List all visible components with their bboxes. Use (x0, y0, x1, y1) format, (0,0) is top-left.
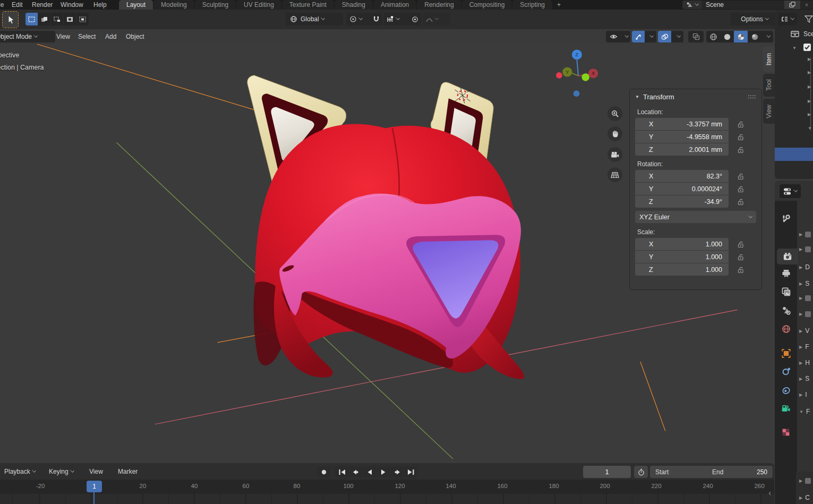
show-overlays-toggle[interactable] (658, 31, 671, 42)
lock-icon[interactable] (737, 185, 744, 193)
selected-object-row[interactable] (775, 148, 813, 161)
menu-window[interactable]: Window (58, 0, 85, 10)
current-frame-field[interactable]: 1 (583, 466, 631, 478)
lock-icon[interactable] (737, 198, 744, 206)
tab-render[interactable] (777, 249, 798, 264)
viewport-menu-select[interactable]: Select (74, 31, 100, 42)
location-z-field[interactable]: Z2.0001 mm (635, 143, 729, 156)
playhead-line[interactable] (93, 492, 95, 504)
panel-row[interactable]: ▶C (799, 494, 810, 501)
panel-row[interactable]: ▶ (799, 232, 811, 237)
menu-help[interactable]: Help (91, 0, 109, 10)
scale-x-field[interactable]: X1.000 (635, 238, 729, 250)
editor-type-dropdown[interactable] (778, 13, 797, 25)
new-scene-button[interactable] (784, 1, 800, 9)
lock-icon[interactable] (737, 146, 744, 153)
lock-icon[interactable] (737, 133, 744, 141)
use-preview-range-toggle[interactable] (634, 466, 648, 478)
npanel-tab-view[interactable]: View (763, 99, 775, 124)
expand-triangle-icon[interactable]: ▼ (808, 126, 812, 131)
rotation-x-field[interactable]: X82.3° (635, 170, 729, 182)
options-dropdown[interactable]: Options (731, 13, 778, 25)
gizmo-x-neg-axis[interactable] (556, 72, 562, 79)
panel-row[interactable]: ▶ (799, 311, 811, 317)
zoom-button[interactable] (607, 106, 622, 121)
unlink-scene-button[interactable]: × (800, 1, 813, 9)
menu-file[interactable]: File (0, 0, 6, 10)
tab-output[interactable] (776, 266, 796, 281)
workspace-tab-compositing[interactable]: Compositing (462, 0, 512, 10)
lock-icon[interactable] (737, 173, 744, 180)
active-tool-select-box[interactable] (2, 11, 19, 28)
workspace-tab-scripting[interactable]: Scripting (512, 0, 552, 10)
select-mode-subtract[interactable] (51, 13, 63, 25)
viewport-3d[interactable]: Z Y X User Perspective Collection | Came… (0, 44, 774, 463)
gizmo-y-pos-axis[interactable] (581, 73, 589, 81)
gizmo-z-neg-axis[interactable] (574, 90, 580, 97)
tab-constraints[interactable] (776, 382, 796, 398)
tab-texture[interactable] (776, 424, 796, 440)
tab-object-data[interactable] (776, 400, 796, 416)
workspace-tab-rendering[interactable]: Rendering (417, 0, 461, 10)
workspace-tab-shading[interactable]: Shading (335, 0, 373, 10)
pan-button[interactable] (607, 126, 622, 141)
record-button[interactable] (317, 466, 330, 477)
panel-row[interactable]: ▶V (799, 327, 809, 335)
tab-tool[interactable] (776, 210, 796, 226)
lock-icon[interactable] (737, 253, 744, 261)
viewport-menu-object[interactable]: Object (122, 31, 149, 42)
object-visibility-dropdown[interactable] (606, 31, 630, 42)
rotation-z-field[interactable]: Z-34.9° (635, 195, 729, 208)
select-mode-set[interactable] (25, 13, 38, 25)
select-mode-invert[interactable] (64, 13, 76, 25)
npanel-tab-item[interactable]: Item (763, 47, 775, 72)
rotation-mode-dropdown[interactable]: XYZ Euler (635, 211, 756, 223)
snap-toggle[interactable] (370, 13, 382, 25)
expand-triangle-icon[interactable]: ▶ (808, 112, 811, 117)
collapse-triangle-icon[interactable]: ▼ (635, 95, 639, 99)
play-button[interactable] (376, 466, 390, 477)
lock-icon[interactable] (737, 121, 744, 128)
tab-scene[interactable] (776, 302, 796, 318)
add-workspace-button[interactable]: + (553, 0, 565, 10)
shading-wireframe-button[interactable] (706, 31, 720, 42)
shading-dropdown[interactable] (761, 31, 773, 42)
tab-object[interactable] (776, 345, 796, 361)
filter-icon[interactable] (805, 15, 813, 23)
gizmo-dropdown[interactable] (645, 31, 656, 42)
prev-frame-button[interactable] (363, 466, 376, 477)
expand-triangle-icon[interactable]: ▼ (792, 46, 797, 50)
transform-orientation-dropdown[interactable]: Global (286, 13, 343, 25)
proportional-falloff-dropdown[interactable] (423, 13, 450, 25)
select-mode-intersect[interactable] (76, 13, 89, 25)
menu-render[interactable]: Render (30, 0, 55, 10)
panel-row[interactable]: ▶H (799, 359, 810, 366)
lock-icon[interactable] (737, 266, 744, 274)
panel-row[interactable]: ▶S (799, 375, 809, 382)
workspace-tab-layout[interactable]: Layout (119, 0, 153, 10)
collection-checkbox[interactable] (803, 44, 811, 51)
panel-row[interactable]: ▶ (799, 246, 811, 252)
tab-view-layer[interactable] (776, 284, 796, 300)
rotation-y-field[interactable]: Y0.000024° (635, 183, 729, 195)
panel-row[interactable]: ▶D (799, 263, 810, 271)
navigation-gizmo[interactable]: Z Y X (556, 49, 598, 97)
jump-to-start-button[interactable] (335, 466, 348, 477)
location-y-field[interactable]: Y-4.9558 mm (635, 131, 729, 143)
npanel-tab-tool[interactable]: Tool (763, 74, 775, 97)
timeline-view-menu[interactable]: View (89, 466, 103, 477)
lock-icon[interactable] (737, 241, 744, 248)
shading-material-button[interactable] (734, 31, 748, 42)
panel-row[interactable]: ▶ (799, 478, 811, 484)
xray-toggle[interactable] (688, 31, 704, 42)
tab-physics[interactable] (776, 363, 796, 379)
menu-edit[interactable]: Edit (10, 0, 25, 10)
panel-row[interactable]: ▶ (799, 295, 811, 301)
workspace-tab-uv-editing[interactable]: UV Editing (236, 0, 281, 10)
timeline-tracks[interactable] (0, 494, 774, 504)
panel-row[interactable]: ▶F (799, 343, 809, 351)
keying-menu[interactable]: Keying (49, 466, 74, 477)
next-keyframe-button[interactable] (390, 466, 404, 477)
scale-z-field[interactable]: Z1.000 (635, 263, 729, 276)
marker-menu[interactable]: Marker (118, 466, 138, 477)
